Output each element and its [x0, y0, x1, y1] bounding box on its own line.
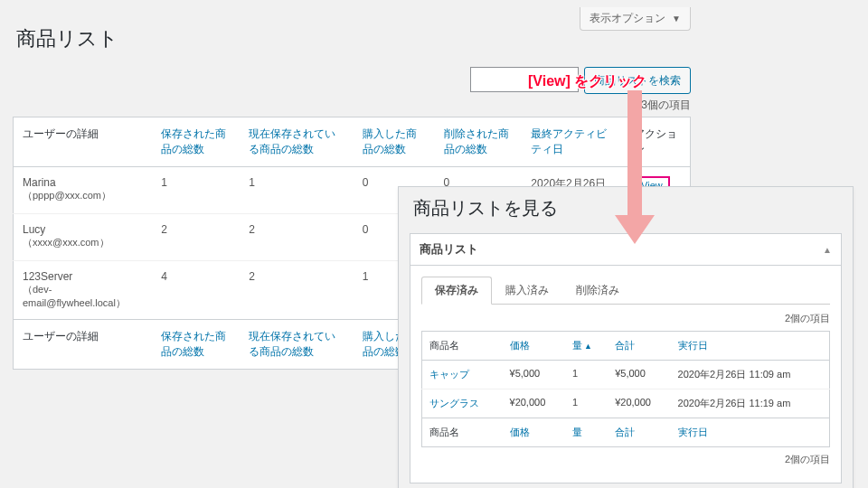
col-stored[interactable]: 現在保存されている商品の総数	[240, 320, 354, 370]
col-saved[interactable]: 保存された商品の総数	[152, 117, 240, 167]
detail-item-count: 2個の項目	[421, 312, 830, 325]
cell-saved: 2	[152, 214, 240, 261]
tab-purchased[interactable]: 購入済み	[492, 277, 562, 305]
detail-row: キャップ ¥5,000 1 ¥5,000 2020年2月26日 11:09 am	[422, 361, 830, 389]
tab-removed[interactable]: 削除済み	[562, 277, 633, 305]
detail-tabs: 保存済み 購入済み 削除済み	[421, 277, 830, 305]
screen-options-button[interactable]: 表示オプション ▼	[580, 7, 691, 31]
dcol-total[interactable]: 合計	[608, 332, 670, 361]
cell-qty: 1	[565, 361, 608, 389]
detail-panel: 商品リストを見る 商品リスト ▲ 保存済み 購入済み 削除済み 2個の項目 商品…	[398, 186, 854, 488]
cell-saved: 1	[152, 167, 240, 214]
dcol-date[interactable]: 実行日	[671, 418, 830, 447]
col-removed[interactable]: 削除された商品の総数	[435, 117, 523, 167]
sort-asc-icon: ▲	[584, 342, 592, 351]
detail-title: 商品リストを見る	[410, 187, 842, 233]
cell-stored: 2	[240, 261, 354, 320]
dcol-total[interactable]: 合計	[608, 418, 670, 447]
dcol-name: 商品名	[422, 332, 503, 361]
col-purchased[interactable]: 購入した商品の総数	[354, 117, 435, 167]
cell-total: ¥20,000	[608, 389, 670, 418]
cell-qty: 1	[565, 389, 608, 418]
col-saved[interactable]: 保存された商品の総数	[152, 320, 240, 370]
cell-date: 2020年2月26日 11:19 am	[671, 389, 830, 418]
chevron-down-icon: ▼	[672, 14, 681, 23]
search-input[interactable]	[470, 67, 579, 92]
cell-price: ¥5,000	[503, 361, 565, 389]
postbox-header: 商品リスト ▲	[410, 234, 841, 266]
dcol-date[interactable]: 実行日	[671, 332, 830, 361]
search-button[interactable]: 商品リストを検索	[584, 67, 691, 94]
detail-table: 商品名 価格 量▲ 合計 実行日 キャップ ¥5,000 1 ¥5,000 20…	[421, 331, 830, 447]
detail-item-count-bottom: 2個の項目	[421, 453, 830, 466]
item-count: 3個の項目	[13, 98, 691, 113]
search-row: 商品リストを検索	[13, 67, 691, 94]
col-stored[interactable]: 現在保存されている商品の総数	[240, 117, 354, 167]
detail-row: サングラス ¥20,000 1 ¥20,000 2020年2月26日 11:19…	[422, 389, 830, 418]
col-last-activity[interactable]: 最終アクティビティ日	[522, 117, 625, 167]
dcol-name: 商品名	[422, 418, 503, 447]
detail-postbox: 商品リスト ▲ 保存済み 購入済み 削除済み 2個の項目 商品名 価格 量▲ 合…	[410, 233, 842, 483]
col-user: ユーザーの詳細	[14, 117, 153, 167]
user-name: 123Server	[23, 270, 72, 283]
screen-options: 表示オプション ▼	[580, 7, 691, 31]
product-link[interactable]: キャップ	[429, 369, 469, 380]
dcol-qty[interactable]: 量	[565, 418, 608, 447]
user-name: Lucy	[23, 223, 45, 236]
col-actions: アクション	[625, 117, 690, 167]
dcol-price[interactable]: 価格	[503, 332, 565, 361]
table-header: ユーザーの詳細 保存された商品の総数 現在保存されている商品の総数 購入した商品…	[14, 117, 691, 167]
tab-saved[interactable]: 保存済み	[421, 277, 492, 305]
user-email: （pppp@xxx.com）	[23, 189, 143, 202]
screen-options-label: 表示オプション	[590, 12, 665, 24]
user-email: （dev-email@flywheel.local）	[23, 283, 143, 310]
product-link[interactable]: サングラス	[429, 398, 479, 408]
cell-date: 2020年2月26日 11:09 am	[671, 361, 830, 389]
user-name: Marina	[23, 176, 56, 189]
postbox-title: 商品リスト	[420, 241, 478, 258]
dcol-qty[interactable]: 量▲	[565, 332, 608, 361]
postbox-body: 保存済み 購入済み 削除済み 2個の項目 商品名 価格 量▲ 合計 実行日	[410, 266, 841, 483]
chevron-up-icon[interactable]: ▲	[823, 245, 832, 255]
cell-total: ¥5,000	[608, 361, 670, 389]
user-email: （xxxx@xxx.com）	[23, 236, 143, 249]
cell-saved: 4	[152, 261, 240, 320]
cell-stored: 1	[240, 167, 354, 214]
cell-price: ¥20,000	[503, 389, 565, 418]
dcol-price[interactable]: 価格	[503, 418, 565, 447]
cell-stored: 2	[240, 214, 354, 261]
col-user: ユーザーの詳細	[14, 320, 153, 370]
